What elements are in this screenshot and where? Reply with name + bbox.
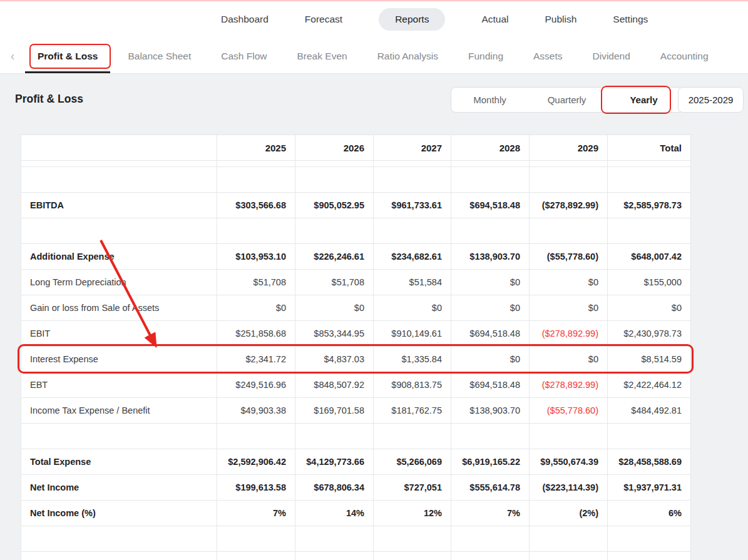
cell: $0 bbox=[451, 270, 530, 295]
cell: $2,585,978.73 bbox=[608, 193, 691, 218]
period-option-quarterly[interactable]: Quarterly bbox=[528, 88, 605, 112]
empty-cell bbox=[217, 526, 295, 552]
blank-row bbox=[21, 218, 691, 244]
nav-item-publish[interactable]: Publish bbox=[545, 14, 577, 25]
empty-cell bbox=[530, 424, 608, 449]
cell: $853,344.95 bbox=[295, 321, 374, 347]
empty-cell bbox=[217, 424, 295, 449]
col-empty bbox=[21, 135, 217, 161]
row-label: Income Tax Expense / Benefit bbox=[21, 398, 217, 424]
cell: $1,937,971.31 bbox=[608, 475, 691, 501]
tab-accounting[interactable]: Accounting bbox=[660, 39, 709, 73]
blank-row bbox=[21, 167, 691, 193]
nav-item-dashboard[interactable]: Dashboard bbox=[221, 14, 269, 25]
col-total: Total bbox=[608, 135, 691, 161]
cell: $2,341.72 bbox=[217, 347, 295, 372]
page-title: Profit & Loss bbox=[15, 93, 83, 106]
col-2029: 2029 bbox=[530, 135, 608, 161]
cell: $226,246.61 bbox=[295, 244, 374, 270]
cell: $0 bbox=[451, 295, 530, 321]
cell: $0 bbox=[374, 295, 451, 321]
cell: $0 bbox=[217, 295, 295, 321]
empty-cell bbox=[530, 552, 608, 560]
cell: 14% bbox=[295, 501, 374, 526]
empty-cell bbox=[530, 167, 608, 193]
cell: $5,266,069 bbox=[374, 449, 451, 475]
top-nav: DashboardForecastReportsActualPublishSet… bbox=[0, 0, 748, 39]
cell: $0 bbox=[608, 295, 691, 321]
cell: $0 bbox=[295, 295, 374, 321]
row-label: EBITDA bbox=[21, 193, 217, 218]
empty-cell bbox=[21, 424, 217, 449]
empty-cell bbox=[374, 167, 451, 193]
table-row-net-income: Net Income (%)7%14%12%7%(2%)6% bbox=[21, 501, 691, 526]
nav-item-settings[interactable]: Settings bbox=[613, 14, 648, 25]
table-row-income-tax-expense-benefit: Income Tax Expense / Benefit$49,903.38$1… bbox=[21, 398, 691, 424]
cell: 6% bbox=[608, 501, 691, 526]
empty-cell bbox=[608, 218, 691, 244]
chevron-left-icon[interactable]: ‹ bbox=[0, 49, 25, 63]
row-label: Gain or loss from Sale of Assets bbox=[21, 295, 217, 321]
report-tabbar: ‹ Profit & LossBalance SheetCash FlowBre… bbox=[0, 39, 748, 74]
cell: ($55,778.60) bbox=[530, 244, 608, 270]
col-2028: 2028 bbox=[451, 135, 530, 161]
main-content: Profit & Loss MonthlyQuarterlyYearly 202… bbox=[0, 74, 748, 560]
table-row-total-expense: Total Expense$2,592,906.42$4,129,773.66$… bbox=[21, 449, 691, 475]
period-segmented-control: MonthlyQuarterlyYearly bbox=[451, 87, 683, 113]
cell: $694,518.48 bbox=[451, 193, 530, 218]
cell: $138,903.70 bbox=[451, 398, 530, 424]
table-header-row: 20252026202720282029Total bbox=[21, 135, 691, 161]
tab-balance-sheet[interactable]: Balance Sheet bbox=[128, 39, 191, 73]
tab-profit-loss[interactable]: Profit & Loss bbox=[38, 39, 98, 73]
cell: $0 bbox=[451, 347, 530, 372]
empty-cell bbox=[21, 552, 217, 560]
table-row-ebt: EBT$249,516.96$848,507.92$908,813.75$694… bbox=[21, 372, 691, 398]
row-label: Interest Expense bbox=[21, 347, 217, 372]
empty-cell bbox=[451, 552, 530, 560]
tab-funding[interactable]: Funding bbox=[468, 39, 503, 73]
cell: $961,733.61 bbox=[374, 193, 451, 218]
cell: $155,000 bbox=[608, 270, 691, 295]
empty-cell bbox=[217, 552, 295, 560]
row-label: Net Income bbox=[21, 475, 217, 501]
empty-cell bbox=[608, 167, 691, 193]
cell: $908,813.75 bbox=[374, 372, 451, 398]
row-label: Total Expense bbox=[21, 449, 217, 475]
top-accent-line bbox=[0, 0, 748, 1]
tab-break-even[interactable]: Break Even bbox=[297, 39, 347, 73]
pl-table: 20252026202720282029Total EBITDA$303,566… bbox=[21, 135, 691, 560]
tab-ratio-analysis[interactable]: Ratio Analysis bbox=[377, 39, 438, 73]
empty-cell bbox=[530, 218, 608, 244]
cell: $648,007.42 bbox=[608, 244, 691, 270]
cell: $49,903.38 bbox=[217, 398, 295, 424]
cell: $169,701.58 bbox=[295, 398, 374, 424]
cell: $6,919,165.22 bbox=[451, 449, 530, 475]
col-2025: 2025 bbox=[217, 135, 295, 161]
period-option-monthly[interactable]: Monthly bbox=[451, 88, 528, 112]
cell: $103,953.10 bbox=[217, 244, 295, 270]
empty-cell bbox=[21, 167, 217, 193]
empty-cell bbox=[451, 424, 530, 449]
tab-dividend[interactable]: Dividend bbox=[593, 39, 630, 73]
row-label: Long Term Depreciation bbox=[21, 270, 217, 295]
empty-cell bbox=[295, 167, 374, 193]
cell: $4,837.03 bbox=[295, 347, 374, 372]
row-label: Net Income (%) bbox=[21, 501, 217, 526]
empty-cell bbox=[295, 218, 374, 244]
empty-cell bbox=[451, 167, 530, 193]
cell: $251,858.68 bbox=[217, 321, 295, 347]
cell: 7% bbox=[217, 501, 295, 526]
tab-cash-flow[interactable]: Cash Flow bbox=[221, 39, 267, 73]
year-range-dropdown[interactable]: 2025-2029 bbox=[678, 87, 744, 113]
nav-item-reports[interactable]: Reports bbox=[379, 8, 445, 31]
empty-cell bbox=[295, 161, 374, 167]
period-option-yearly[interactable]: Yearly bbox=[605, 88, 682, 112]
empty-cell bbox=[295, 526, 374, 552]
nav-item-forecast[interactable]: Forecast bbox=[305, 14, 342, 25]
cell: 7% bbox=[451, 501, 530, 526]
empty-cell bbox=[295, 424, 374, 449]
tab-assets[interactable]: Assets bbox=[533, 39, 563, 73]
nav-item-actual[interactable]: Actual bbox=[481, 14, 508, 25]
row-label: EBIT bbox=[21, 321, 217, 347]
cell: (2%) bbox=[530, 501, 608, 526]
